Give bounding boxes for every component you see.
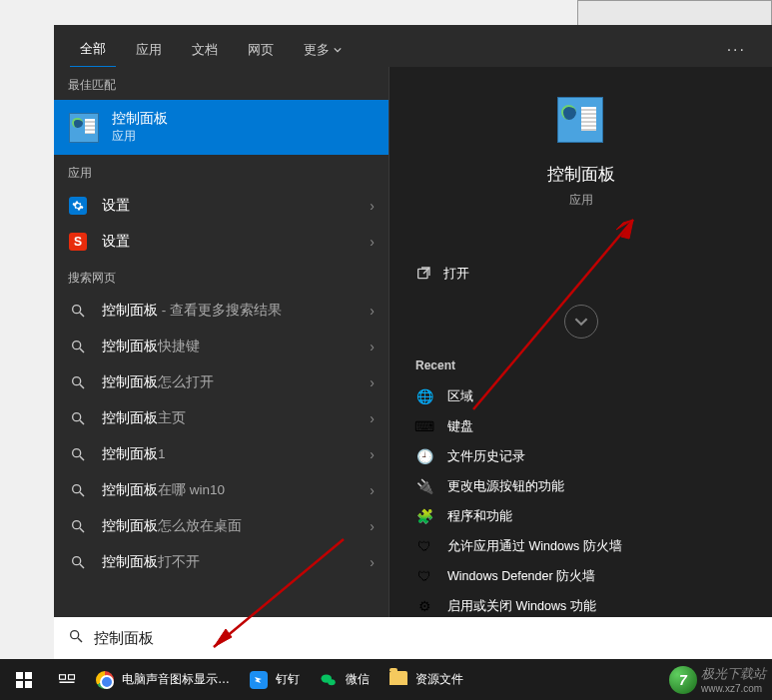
- taskbar-app-wechat[interactable]: 微信: [310, 659, 380, 700]
- folder-icon: [389, 671, 407, 689]
- app-result-settings[interactable]: 设置 ›: [54, 188, 388, 224]
- recent-item-label: 程序和功能: [447, 508, 512, 525]
- recent-item[interactable]: 🛡 允许应用通过 Windows 防火墙: [413, 532, 748, 560]
- web-result[interactable]: 控制面板主页 ›: [54, 400, 388, 436]
- section-best-match: 最佳匹配: [54, 67, 388, 100]
- svg-line-3: [80, 349, 84, 352]
- tab-web[interactable]: 网页: [238, 33, 284, 67]
- dingding-icon: [250, 671, 268, 689]
- app-result-label: 设置: [102, 197, 356, 215]
- task-view-icon: [58, 671, 76, 689]
- taskbar-app-explorer[interactable]: 资源文件: [380, 659, 473, 700]
- svg-point-32: [328, 679, 336, 685]
- recent-item-label: 更改电源按钮的功能: [447, 478, 564, 495]
- web-result[interactable]: 控制面板在哪 win10 ›: [54, 472, 388, 508]
- svg-line-9: [80, 456, 84, 460]
- search-icon: [68, 628, 84, 648]
- taskbar: 电脑声音图标显示… 钉钉 微信 资源文件: [0, 659, 772, 700]
- expand-button[interactable]: [564, 305, 598, 339]
- search-icon: [68, 552, 88, 572]
- recent-item[interactable]: ⚙ 启用或关闭 Windows 功能: [413, 592, 748, 620]
- task-view-button[interactable]: [48, 659, 86, 700]
- svg-line-5: [80, 384, 84, 388]
- svg-point-22: [71, 631, 79, 639]
- web-result[interactable]: 控制面板怎么放在桌面 ›: [54, 508, 388, 544]
- tab-apps[interactable]: 应用: [126, 33, 172, 67]
- svg-rect-26: [16, 681, 23, 688]
- svg-rect-28: [60, 674, 66, 679]
- svg-point-14: [73, 557, 81, 565]
- web-result[interactable]: 控制面板 - 查看更多搜索结果 ›: [54, 293, 388, 329]
- chevron-right-icon: ›: [370, 303, 375, 319]
- windows-icon: [16, 672, 32, 688]
- tab-all[interactable]: 全部: [70, 32, 116, 69]
- wechat-icon: [320, 671, 338, 689]
- search-input[interactable]: [94, 630, 758, 646]
- chevron-right-icon: ›: [370, 446, 375, 462]
- recent-item-icon: ⌨: [415, 417, 433, 435]
- web-result-label: 控制面板 - 查看更多搜索结果: [102, 302, 356, 320]
- recent-item-label: 键盘: [447, 418, 473, 435]
- svg-rect-30: [60, 681, 75, 683]
- recent-item-label: 文件历史记录: [447, 448, 525, 465]
- chevron-right-icon: ›: [370, 410, 375, 426]
- svg-point-2: [73, 342, 81, 350]
- chevron-right-icon: ›: [370, 554, 375, 570]
- recent-item[interactable]: ⌨ 键盘: [413, 412, 748, 440]
- app-result-sogou[interactable]: S 设置 ›: [54, 224, 388, 260]
- best-match-title: 控制面板: [112, 110, 168, 128]
- taskbar-app-label: 钉钉: [276, 671, 300, 688]
- preview-pane: 控制面板 应用 打开 Recent 🌐 区域 ⌨ 键盘 🕘 文件历史记录 🔌 更…: [389, 67, 772, 658]
- chevron-right-icon: ›: [370, 198, 375, 214]
- section-apps: 应用: [54, 155, 388, 188]
- control-panel-icon: [68, 112, 100, 144]
- chevron-right-icon: ›: [370, 482, 375, 498]
- open-label: 打开: [443, 265, 469, 283]
- recent-item[interactable]: 🔌 更改电源按钮的功能: [413, 472, 748, 500]
- recent-item-icon: 🕘: [415, 447, 433, 465]
- recent-item[interactable]: 🕘 文件历史记录: [413, 442, 748, 470]
- web-result[interactable]: 控制面板怎么打开 ›: [54, 364, 388, 400]
- taskbar-app-dingding[interactable]: 钉钉: [240, 659, 310, 700]
- search-icon: [68, 372, 88, 392]
- watermark-logo: 7: [669, 666, 697, 694]
- svg-line-11: [80, 492, 84, 496]
- chevron-down-icon: [334, 46, 342, 54]
- web-result[interactable]: 控制面板1 ›: [54, 436, 388, 472]
- recent-item[interactable]: 🧩 程序和功能: [413, 502, 748, 530]
- recent-item-label: Windows Defender 防火墙: [447, 568, 595, 585]
- open-action[interactable]: 打开: [413, 259, 748, 289]
- open-icon: [415, 266, 431, 282]
- watermark: 7 极光下载站 www.xz7.com: [669, 665, 766, 694]
- app-result-label: 设置: [102, 233, 356, 251]
- taskbar-app-label: 电脑声音图标显示…: [122, 671, 230, 688]
- recent-item[interactable]: 🌐 区域: [413, 382, 748, 410]
- web-result-label: 控制面板主页: [102, 409, 356, 427]
- web-result[interactable]: 控制面板快捷键 ›: [54, 329, 388, 364]
- web-result[interactable]: 控制面板打不开 ›: [54, 544, 388, 580]
- chevron-down-icon: [574, 315, 588, 329]
- recent-item[interactable]: 🛡 Windows Defender 防火墙: [413, 562, 748, 590]
- svg-line-23: [78, 638, 82, 642]
- best-match-item[interactable]: 控制面板 应用: [54, 100, 388, 155]
- more-options-button[interactable]: ···: [717, 41, 756, 59]
- control-panel-icon: [557, 97, 605, 145]
- recent-item-icon: 🛡: [415, 567, 433, 585]
- search-icon: [68, 337, 88, 356]
- taskbar-app-sound[interactable]: 电脑声音图标显示…: [86, 659, 240, 700]
- svg-rect-29: [69, 674, 75, 679]
- taskbar-app-label: 资源文件: [415, 671, 463, 688]
- tab-more[interactable]: 更多: [294, 33, 352, 67]
- tab-docs[interactable]: 文档: [182, 33, 228, 67]
- search-bar[interactable]: [54, 617, 772, 659]
- preview-subtitle: 应用: [569, 192, 593, 209]
- section-web: 搜索网页: [54, 260, 388, 293]
- web-result-label: 控制面板1: [102, 445, 356, 463]
- svg-point-8: [73, 449, 81, 457]
- svg-point-12: [73, 521, 81, 529]
- tab-more-label: 更多: [304, 41, 330, 59]
- start-button[interactable]: [0, 659, 48, 700]
- search-icon: [68, 480, 88, 500]
- recent-header: Recent: [415, 358, 748, 372]
- svg-point-0: [73, 306, 81, 314]
